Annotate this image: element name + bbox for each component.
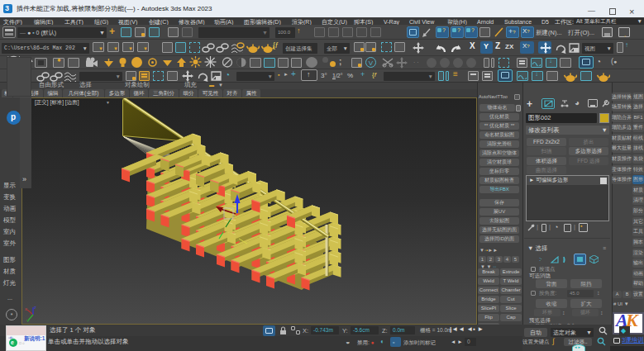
svg-text:z: z <box>34 305 36 310</box>
svg-text:x: x <box>25 306 27 311</box>
svg-text:y: y <box>26 318 29 322</box>
